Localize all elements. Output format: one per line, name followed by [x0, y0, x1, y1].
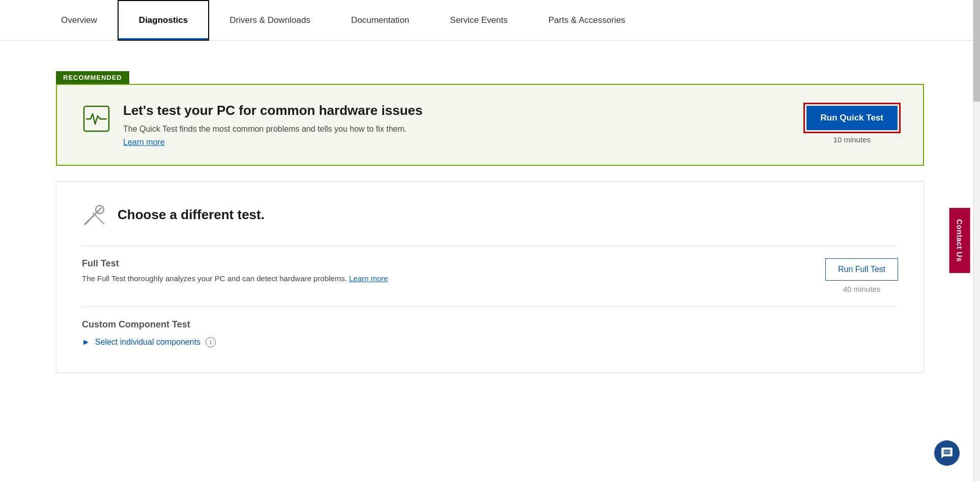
select-components-link[interactable]: Select individual components	[95, 338, 200, 347]
svg-line-5	[85, 220, 89, 224]
custom-test-title: Custom Component Test	[82, 319, 898, 330]
diagnostic-icon	[82, 105, 110, 133]
nav-item-parts-accessories[interactable]: Parts & Accessories	[528, 0, 646, 41]
custom-component-test: Custom Component Test ► Select individua…	[82, 306, 898, 352]
recommended-card-left: Let's test your PC for common hardware i…	[82, 103, 791, 147]
nav-item-diagnostics[interactable]: Diagnostics	[118, 0, 209, 41]
choose-test-section: Choose a different test. Full Test The F…	[56, 181, 924, 373]
nav-item-documentation[interactable]: Documentation	[331, 0, 429, 41]
top-navigation: Overview Diagnostics Drivers & Downloads…	[0, 0, 980, 41]
tools-icon	[82, 202, 107, 227]
choose-test-heading: Choose a different test.	[118, 207, 265, 223]
nav-item-service-events[interactable]: Service Events	[429, 0, 528, 41]
quick-test-time-label: 10 minutes	[833, 135, 871, 144]
scrollbar-thumb[interactable]	[973, 0, 980, 102]
nav-item-overview[interactable]: Overview	[41, 0, 118, 41]
full-test-title: Full Test	[82, 258, 805, 269]
full-test-description: The Full Test thoroughly analyzes your P…	[82, 274, 805, 283]
full-test-learn-more-link[interactable]: Learn more	[349, 274, 388, 283]
full-test-right: Run Full Test 40 minutes	[825, 258, 898, 293]
chevron-right-icon: ►	[82, 338, 90, 347]
svg-line-6	[93, 213, 101, 221]
svg-line-7	[101, 221, 104, 224]
recommended-card-right: Run Quick Test 10 minutes	[806, 106, 898, 144]
info-icon[interactable]: i	[206, 337, 216, 347]
recommended-card-text: Let's test your PC for common hardware i…	[123, 103, 422, 147]
run-full-test-button[interactable]: Run Full Test	[825, 258, 898, 281]
recommended-learn-more-link[interactable]: Learn more	[123, 138, 165, 146]
chat-bubble-button[interactable]	[934, 440, 960, 466]
choose-test-header: Choose a different test.	[82, 202, 898, 227]
main-content: RECOMMENDED Let's test your PC for commo…	[0, 41, 980, 404]
recommended-card: Let's test your PC for common hardware i…	[56, 84, 924, 166]
scrollbar-track[interactable]	[973, 0, 980, 481]
contact-us-button[interactable]: Contact Us	[949, 208, 970, 273]
full-test-content: Full Test The Full Test thoroughly analy…	[82, 258, 805, 283]
run-quick-test-button[interactable]: Run Quick Test	[806, 106, 898, 130]
recommended-title: Let's test your PC for common hardware i…	[123, 103, 422, 118]
full-test-row: Full Test The Full Test thoroughly analy…	[82, 258, 898, 293]
recommended-description: The Quick Test finds the most common pro…	[123, 125, 422, 134]
chat-icon	[940, 446, 954, 460]
nav-item-drivers-downloads[interactable]: Drivers & Downloads	[209, 0, 331, 41]
full-test-option: Full Test The Full Test thoroughly analy…	[82, 245, 898, 306]
recommended-badge: RECOMMENDED	[56, 71, 129, 84]
recommended-section: RECOMMENDED Let's test your PC for commo…	[56, 71, 924, 166]
select-components-row: ► Select individual components i	[82, 337, 898, 347]
full-test-time-label: 40 minutes	[843, 285, 880, 293]
